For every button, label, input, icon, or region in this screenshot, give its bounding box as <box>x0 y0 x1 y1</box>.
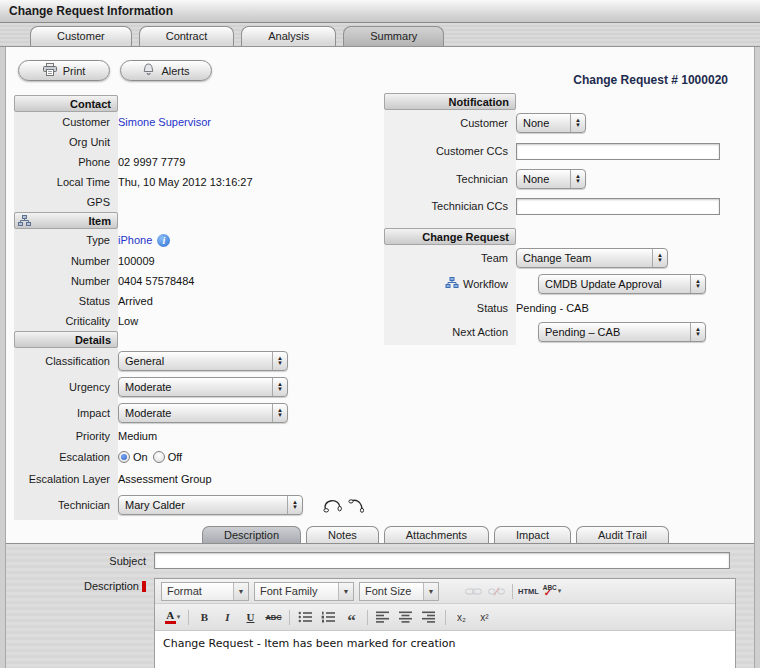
tab-attachments[interactable]: Attachments <box>384 526 489 543</box>
info-icon[interactable] <box>157 234 170 247</box>
local-time-value: Thu, 10 May 2012 13:16:27 <box>118 176 253 188</box>
customer-link[interactable]: Simone Supervisor <box>118 116 211 128</box>
impact-select[interactable]: Moderate <box>118 403 288 423</box>
print-button[interactable]: Print <box>18 60 110 81</box>
impact-value: Moderate <box>119 407 272 419</box>
tab-analysis[interactable]: Analysis <box>241 26 336 46</box>
stepper-arrows-icon <box>272 378 287 396</box>
tab-impact[interactable]: Impact <box>494 526 571 543</box>
strikethrough-icon[interactable]: ABC <box>263 608 284 627</box>
escalate-handset-icon[interactable] <box>322 498 343 513</box>
editor-toolbar-row-2: A B I U ABC “ <box>155 604 735 630</box>
font-size-select[interactable]: Font Size <box>359 582 439 601</box>
align-right-icon[interactable] <box>419 608 440 627</box>
rich-text-editor: Format Font Family Font Size HTML ABC A … <box>154 578 736 668</box>
notification-section-header: Notification <box>384 93 516 110</box>
customer-ccs-input[interactable] <box>516 143 720 160</box>
notification-customer-select[interactable]: None <box>516 113 586 133</box>
tab-contract[interactable]: Contract <box>139 26 235 46</box>
cr-status-value: Pending - CAB <box>516 302 589 314</box>
item-type-link[interactable]: iPhone <box>118 234 152 246</box>
notification-technician-label: Technician <box>384 173 516 185</box>
contact-header-label: Contact <box>70 98 111 110</box>
priority-label: Priority <box>14 430 118 442</box>
workflow-select[interactable]: CMDB Update Approval <box>538 274 706 294</box>
escalation-on-label: On <box>133 451 148 463</box>
tab-notes[interactable]: Notes <box>306 526 379 543</box>
subject-input[interactable] <box>154 552 730 569</box>
editor-body-text: Change Request - Item has been marked fo… <box>163 637 455 650</box>
stepper-arrows-icon <box>652 249 667 267</box>
select-arrow-icon <box>338 583 353 600</box>
description-row: Description Format Font Family Font Size… <box>6 578 754 668</box>
escalation-layer-row: Escalation Layer Assessment Group <box>14 468 378 490</box>
next-action-select[interactable]: Pending – CAB <box>538 322 706 342</box>
tab-audit-trail[interactable]: Audit Trail <box>576 526 669 543</box>
notification-customer-row: Customer None <box>384 110 736 136</box>
contact-section-header: Contact <box>14 95 118 112</box>
stepper-arrows-icon <box>570 114 585 132</box>
font-color-icon[interactable]: A <box>162 608 183 627</box>
tab-description[interactable]: Description <box>202 526 301 543</box>
phone-handset-icon[interactable] <box>348 498 364 513</box>
numbered-list-icon[interactable] <box>318 608 339 627</box>
tab-summary[interactable]: Summary <box>343 26 444 46</box>
superscript-icon[interactable]: x² <box>474 608 495 627</box>
technician-row: Technician Mary Calder <box>14 490 378 520</box>
tab-customer[interactable]: Customer <box>30 26 132 46</box>
subject-label: Subject <box>6 555 154 567</box>
blockquote-icon[interactable]: “ <box>341 608 362 627</box>
spellcheck-icon[interactable]: ABC <box>541 582 562 601</box>
insert-link-icon[interactable] <box>463 582 484 601</box>
item-number2-value: 0404 57578484 <box>118 275 194 287</box>
editor-content-area[interactable]: Change Request - Item has been marked fo… <box>155 630 735 668</box>
select-arrow-icon <box>423 583 438 600</box>
customer-label: Customer <box>14 116 118 128</box>
toolbar-separator <box>188 610 189 625</box>
subject-row: Subject <box>6 552 754 569</box>
item-section-header: Item <box>14 212 118 229</box>
html-source-icon[interactable]: HTML <box>518 582 539 601</box>
underline-icon[interactable]: U <box>240 608 261 627</box>
notification-technician-select[interactable]: None <box>516 169 586 189</box>
customer-ccs-row: Customer CCs <box>384 136 736 166</box>
team-select[interactable]: Change Team <box>516 248 668 268</box>
technician-ccs-row: Technician CCs <box>384 192 736 220</box>
cr-status-row: Status Pending - CAB <box>384 297 736 319</box>
escalation-off-radio[interactable]: Off <box>153 451 182 463</box>
italic-icon[interactable]: I <box>217 608 238 627</box>
escalation-layer-label: Escalation Layer <box>14 473 118 485</box>
stepper-arrows-icon <box>690 275 705 293</box>
technician-ccs-label: Technician CCs <box>384 200 516 212</box>
align-center-icon[interactable] <box>396 608 417 627</box>
escalation-layer-value: Assessment Group <box>118 473 212 485</box>
gps-row: GPS <box>14 192 378 212</box>
align-left-icon[interactable] <box>373 608 394 627</box>
format-select[interactable]: Format <box>161 582 249 601</box>
workflow-icon <box>445 277 459 291</box>
notification-customer-label: Customer <box>384 117 516 129</box>
print-label: Print <box>63 65 86 77</box>
next-action-label: Next Action <box>384 326 516 338</box>
escalation-on-radio[interactable]: On <box>118 451 148 463</box>
item-number2-label: Number <box>14 275 118 287</box>
required-marker-icon <box>142 581 146 592</box>
color-a-glyph: A <box>165 610 176 624</box>
subscript-icon[interactable]: x₂ <box>451 608 472 627</box>
urgency-select[interactable]: Moderate <box>118 377 288 397</box>
local-time-row: Local Time Thu, 10 May 2012 13:16:27 <box>14 172 378 192</box>
summary-form: Contact Customer Simone Supervisor Org U… <box>6 93 754 543</box>
escalation-off-label: Off <box>168 451 182 463</box>
font-size-value: Font Size <box>360 585 423 597</box>
classification-select[interactable]: General <box>118 351 288 371</box>
technician-ccs-input[interactable] <box>516 198 720 215</box>
bold-icon[interactable]: B <box>194 608 215 627</box>
technician-value: Mary Calder <box>119 499 287 511</box>
remove-link-icon[interactable] <box>486 582 507 601</box>
bullet-list-icon[interactable] <box>295 608 316 627</box>
change-request-section-header: Change Request <box>384 228 516 245</box>
font-family-select[interactable]: Font Family <box>254 582 354 601</box>
item-number-row: Number 100009 <box>14 251 378 271</box>
alerts-button[interactable]: Alerts <box>120 60 212 81</box>
technician-select[interactable]: Mary Calder <box>118 495 303 515</box>
